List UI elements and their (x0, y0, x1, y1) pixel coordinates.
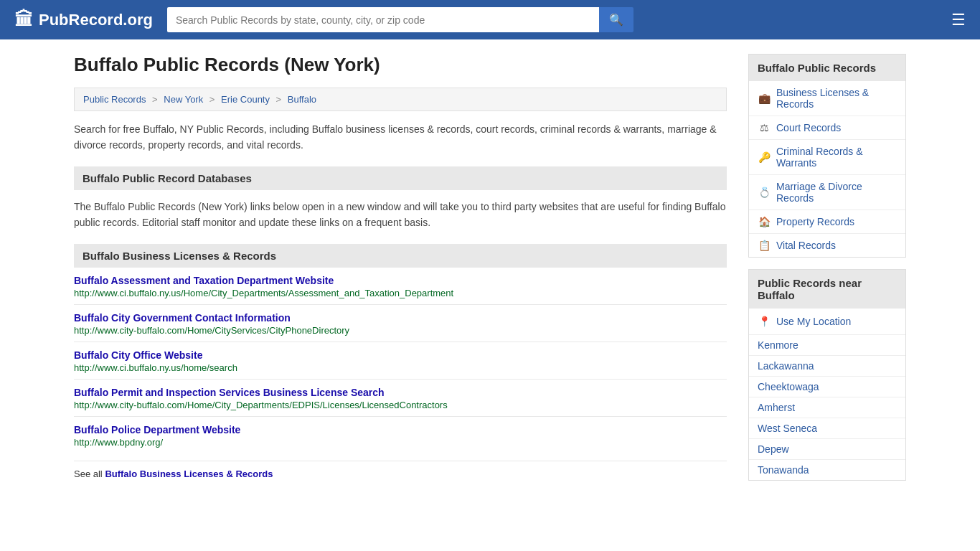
breadcrumb-sep-2: > (209, 94, 217, 105)
location-icon: 📍 (758, 316, 771, 327)
records-list: Buffalo Assessment and Taxation Departme… (74, 268, 727, 453)
see-all-link[interactable]: Buffalo Business Licenses & Records (105, 468, 273, 479)
use-my-location[interactable]: 📍 Use My Location (749, 309, 905, 335)
sidebar-link-icon: 🔑 (758, 151, 771, 163)
breadcrumb-new-york[interactable]: New York (164, 94, 203, 105)
record-link[interactable]: Buffalo Police Department Website (74, 424, 240, 435)
search-icon: 🔍 (609, 14, 623, 26)
logo-icon: 🏛 (14, 9, 33, 31)
record-url: http://www.city-buffalo.com/Home/City_De… (74, 400, 727, 410)
sidebar-records-box: Buffalo Public Records 💼 Business Licens… (748, 54, 906, 258)
record-url: http://www.ci.buffalo.ny.us/home/search (74, 362, 727, 373)
sidebar-link-icon: 💍 (758, 187, 771, 198)
record-title: Buffalo Police Department Website (74, 424, 727, 435)
intro-text: Search for free Buffalo, NY Public Recor… (74, 121, 727, 154)
record-link[interactable]: Buffalo City Office Website (74, 349, 202, 361)
nearby-city-item[interactable]: Cheektowaga (749, 377, 905, 397)
record-link[interactable]: Buffalo Permit and Inspection Services B… (74, 387, 385, 398)
sidebar-link[interactable]: Vital Records (776, 240, 836, 251)
record-url: http://www.city-buffalo.com/Home/CitySer… (74, 325, 727, 336)
sidebar-link[interactable]: Marriage & Divorce Records (776, 181, 897, 204)
sidebar-link-item[interactable]: 💍 Marriage & Divorce Records (749, 175, 905, 210)
sidebar-link-item[interactable]: 💼 Business Licenses & Records (749, 81, 905, 116)
record-title: Buffalo Permit and Inspection Services B… (74, 387, 727, 398)
see-all-prefix: See all (74, 468, 105, 479)
search-input[interactable] (167, 7, 599, 32)
use-my-location-link[interactable]: Use My Location (776, 316, 851, 327)
sidebar-link-item[interactable]: 📋 Vital Records (749, 234, 905, 257)
sidebar-link-item[interactable]: 🔑 Criminal Records & Warrants (749, 140, 905, 175)
record-entry: Buffalo City Government Contact Informat… (74, 305, 727, 342)
breadcrumb-buffalo[interactable]: Buffalo (288, 94, 316, 105)
sidebar-link-item[interactable]: ⚖ Court Records (749, 116, 905, 140)
nearby-city-item[interactable]: Lackawanna (749, 356, 905, 377)
record-title: Buffalo City Office Website (74, 349, 727, 361)
menu-button[interactable]: ☰ (951, 11, 966, 29)
sidebar-link-icon: 🏠 (758, 216, 771, 227)
nearby-city-item[interactable]: Kenmore (749, 335, 905, 356)
record-url: http://www.ci.buffalo.ny.us/Home/City_De… (74, 288, 727, 298)
databases-heading: Buffalo Public Record Databases (74, 166, 727, 190)
logo[interactable]: 🏛 PubRecord.org (14, 9, 153, 31)
sidebar-links-list: 💼 Business Licenses & Records ⚖ Court Re… (749, 81, 905, 257)
record-title: Buffalo Assessment and Taxation Departme… (74, 275, 727, 286)
sidebar-link[interactable]: Court Records (776, 122, 841, 133)
record-entry: Buffalo Permit and Inspection Services B… (74, 380, 727, 417)
sidebar-link-item[interactable]: 🏠 Property Records (749, 210, 905, 234)
record-title: Buffalo City Government Contact Informat… (74, 312, 727, 324)
breadcrumb-public-records[interactable]: Public Records (83, 94, 146, 105)
sidebar-nearby-box: Public Records near Buffalo 📍 Use My Loc… (748, 269, 906, 481)
nearby-city-item[interactable]: Depew (749, 439, 905, 460)
nearby-city-item[interactable]: West Seneca (749, 418, 905, 439)
sidebar-link-icon: 💼 (758, 93, 771, 104)
sidebar-link[interactable]: Property Records (776, 216, 854, 227)
page-title: Buffalo Public Records (New York) (74, 54, 727, 76)
breadcrumb: Public Records > New York > Erie County … (74, 88, 727, 111)
search-button[interactable]: 🔍 (599, 7, 633, 32)
breadcrumb-sep-1: > (152, 94, 160, 105)
hamburger-icon: ☰ (951, 11, 966, 29)
sidebar-link[interactable]: Business Licenses & Records (776, 87, 897, 110)
record-entry: Buffalo Police Department Website http:/… (74, 417, 727, 453)
db-description: The Buffalo Public Records (New York) li… (74, 199, 727, 231)
sidebar-link-icon: 📋 (758, 240, 771, 251)
breadcrumb-erie-county[interactable]: Erie County (221, 94, 270, 105)
sidebar-records-title: Buffalo Public Records (749, 55, 905, 81)
nearby-city-list: KenmoreLackawannaCheektowagaAmherstWest … (749, 335, 905, 480)
record-link[interactable]: Buffalo Assessment and Taxation Departme… (74, 275, 334, 286)
nearby-city-item[interactable]: Amherst (749, 397, 905, 418)
record-link[interactable]: Buffalo City Government Contact Informat… (74, 312, 291, 324)
record-entry: Buffalo City Office Website http://www.c… (74, 342, 727, 380)
logo-text: PubRecord.org (39, 11, 153, 29)
sidebar-link-icon: ⚖ (758, 122, 771, 133)
sidebar-nearby-title: Public Records near Buffalo (749, 270, 905, 309)
breadcrumb-sep-3: > (276, 94, 284, 105)
nearby-city-item[interactable]: Tonawanda (749, 460, 905, 480)
search-form: 🔍 (167, 7, 633, 32)
category-heading: Buffalo Business Licenses & Records (74, 244, 727, 268)
see-all-line: See all Buffalo Business Licenses & Reco… (74, 461, 727, 479)
record-url: http://www.bpdny.org/ (74, 437, 727, 448)
sidebar-link[interactable]: Criminal Records & Warrants (776, 146, 897, 169)
record-entry: Buffalo Assessment and Taxation Departme… (74, 268, 727, 305)
